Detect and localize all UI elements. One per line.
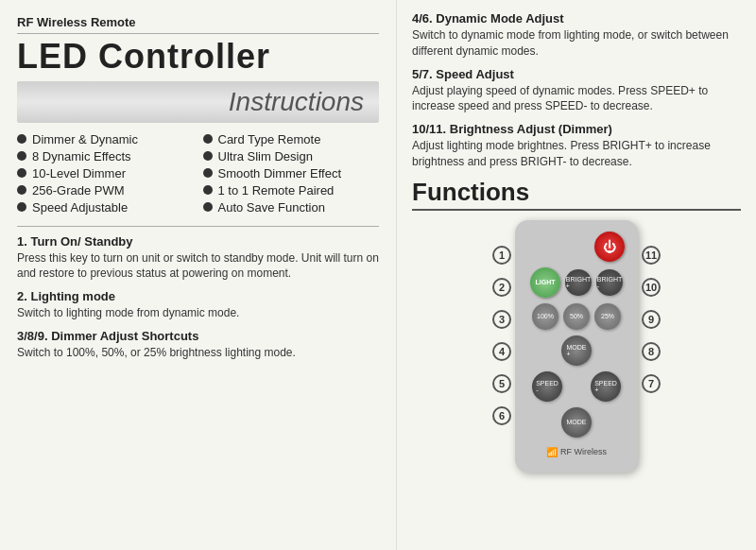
feature-dimmer-dynamic: Dimmer & Dynamic <box>17 132 194 146</box>
left-panel: RF Wireless Remote LED Controller Instru… <box>0 0 397 550</box>
remote-control: ⏻ LIGHT BRIGHT+ BRIGHT- 100% 50% 25% MOD… <box>515 220 638 473</box>
label-6: 6 <box>492 400 511 432</box>
section-lighting-body: Switch to lighting mode from dynamic mod… <box>17 305 379 321</box>
speed-title: 5/7. Speed Adjust <box>412 67 741 81</box>
pct25-button[interactable]: 25% <box>594 303 621 330</box>
instructions-title: Instructions <box>17 81 379 123</box>
mode-button[interactable]: MODE <box>561 407 592 438</box>
label-8: 8 <box>642 335 661 368</box>
section-lighting: 2. Lighting mode Switch to lighting mode… <box>17 289 379 321</box>
label-3: 3 <box>492 303 511 335</box>
feature-10-level: 10-Level Dimmer <box>17 166 194 180</box>
wifi-icon: 📶 <box>546 447 558 457</box>
brightness-title: 10/11. Brightness Adjust (Dimmer) <box>412 122 741 136</box>
section-dimmer-body: Switch to 100%, 50%, or 25% brightness l… <box>17 345 379 361</box>
bullet-icon <box>203 134 213 144</box>
bullet-icon <box>17 185 26 195</box>
speed-plus-button[interactable]: SPEED+ <box>591 371 621 402</box>
features-grid: Dimmer & Dynamic Card Type Remote 8 Dyna… <box>17 132 379 215</box>
remote-footer-text: RF Wireless <box>560 447 607 456</box>
mode-plus-button[interactable]: MODE+ <box>561 335 592 366</box>
bullet-icon <box>203 185 213 195</box>
feature-smooth-dimmer: Smooth Dimmer Effect <box>203 166 380 180</box>
bullet-icon <box>203 151 213 161</box>
dynamic-mode-title: 4/6. Dynamic Mode Adjust <box>412 11 741 26</box>
label-5: 5 <box>492 368 511 400</box>
speed-minus-button[interactable]: SPEED- <box>532 371 562 402</box>
label-1: 1 <box>492 239 511 271</box>
main-title: LED Controller <box>17 38 379 76</box>
brand-title: RF Wireless Remote <box>17 15 379 34</box>
remote-row-2: LIGHT BRIGHT+ BRIGHT- <box>524 267 628 298</box>
label-10: 10 <box>642 271 661 303</box>
section-dynamic-mode: 4/6. Dynamic Mode Adjust Switch to dynam… <box>412 11 741 60</box>
right-labels: 11 10 9 8 7 <box>642 220 661 400</box>
pct50-button[interactable]: 50% <box>563 303 590 330</box>
bright-plus-button[interactable]: BRIGHT+ <box>565 269 592 296</box>
feature-8-dynamic: 8 Dynamic Effects <box>17 149 194 163</box>
functions-title: Functions <box>412 178 741 211</box>
remote-footer: 📶 RF Wireless <box>546 447 607 457</box>
right-panel: 4/6. Dynamic Mode Adjust Switch to dynam… <box>397 0 756 550</box>
section-dimmer-shortcuts: 3/8/9. Dimmer Adjust Shortcuts Switch to… <box>17 329 379 361</box>
feature-auto-save: Auto Save Function <box>203 200 380 215</box>
section-lighting-title: 2. Lighting mode <box>17 289 379 303</box>
bullet-icon <box>17 134 26 144</box>
feature-speed: Speed Adjustable <box>17 200 194 215</box>
label-11: 11 <box>642 239 661 271</box>
section-turn-on: 1. Turn On/ Standby Press this key to tu… <box>17 234 379 283</box>
feature-1-to-1: 1 to 1 Remote Paired <box>203 183 380 198</box>
section-turn-on-title: 1. Turn On/ Standby <box>17 234 379 249</box>
section-turn-on-body: Press this key to turn on unit or switch… <box>17 250 379 283</box>
remote-row-5: SPEED- SPEED+ <box>524 371 628 402</box>
remote-row-3: 100% 50% 25% <box>524 303 628 330</box>
bright-minus-button[interactable]: BRIGHT- <box>596 269 623 296</box>
bullet-icon <box>17 202 26 212</box>
power-button[interactable]: ⏻ <box>594 232 625 262</box>
feature-card-type: Card Type Remote <box>203 132 380 146</box>
section-dimmer-title: 3/8/9. Dimmer Adjust Shortcuts <box>17 329 379 343</box>
speed-body: Adjust playing speed of dynamic modes. P… <box>412 83 741 115</box>
label-9: 9 <box>642 303 661 335</box>
remote-area: 1 2 3 4 5 6 ⏻ LI <box>412 220 741 473</box>
bullet-icon <box>203 168 213 178</box>
divider <box>17 226 379 227</box>
remote-row-6: MODE <box>524 407 628 438</box>
section-brightness: 10/11. Brightness Adjust (Dimmer) Adjust… <box>412 122 741 170</box>
pct100-button[interactable]: 100% <box>532 303 558 330</box>
bullet-icon <box>203 202 213 212</box>
left-labels: 1 2 3 4 5 6 <box>492 220 511 432</box>
label-4: 4 <box>492 335 511 368</box>
feature-256-pwm: 256-Grade PWM <box>17 183 194 198</box>
feature-ultra-slim: Ultra Slim Design <box>203 149 380 163</box>
label-2: 2 <box>492 271 511 303</box>
dynamic-mode-body: Switch to dynamic mode from lighting mod… <box>412 27 741 60</box>
brightness-body: Adjust lighting mode brightnes. Press BR… <box>412 138 741 170</box>
label-7: 7 <box>642 368 661 400</box>
remote-row-power: ⏻ <box>524 232 628 262</box>
bullet-icon <box>17 151 26 161</box>
light-button[interactable]: LIGHT <box>530 267 560 298</box>
remote-row-4: MODE+ <box>524 335 628 366</box>
section-speed: 5/7. Speed Adjust Adjust playing speed o… <box>412 67 741 115</box>
bullet-icon <box>17 168 26 178</box>
